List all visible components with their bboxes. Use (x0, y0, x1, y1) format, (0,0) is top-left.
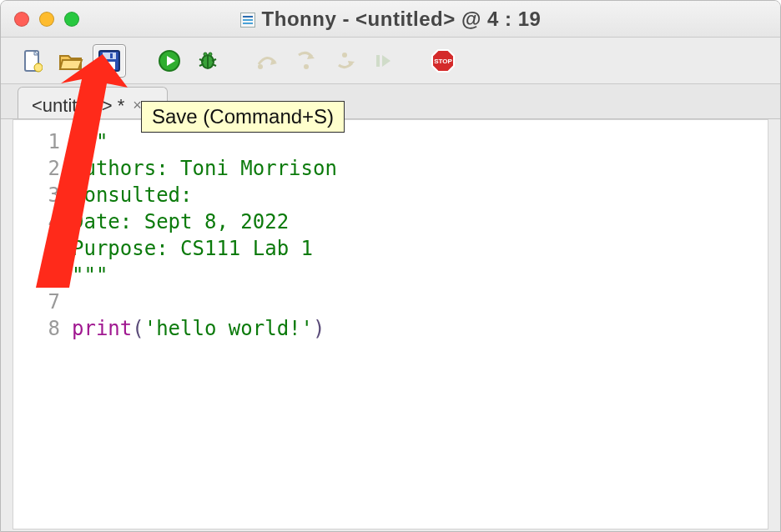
app-window: Thonny - <untitled> @ 4 : 19 (0, 0, 781, 532)
code-line: Purpose: CS111 Lab 1 (72, 237, 313, 260)
window-title-text: Thonny - <untitled> @ 4 : 19 (262, 8, 542, 30)
code-token-paren: ) (313, 317, 325, 340)
step-into-button[interactable] (290, 44, 323, 78)
step-into-icon (295, 50, 317, 72)
line-number: 5 (13, 235, 60, 262)
minimize-window-button[interactable] (39, 12, 54, 27)
line-number-gutter: 1 2 3 4 5 6 7 8 (13, 120, 72, 529)
toolbar: STOP (1, 38, 780, 84)
svg-point-16 (304, 64, 309, 69)
code-token-print: print (72, 317, 132, 340)
resume-button[interactable] (366, 44, 400, 78)
code-token-paren: ( (132, 317, 144, 340)
app-icon (240, 13, 255, 28)
resume-icon (373, 51, 393, 71)
titlebar: Thonny - <untitled> @ 4 : 19 (1, 1, 780, 38)
svg-point-17 (342, 53, 347, 58)
line-number: 6 (13, 262, 60, 289)
line-number: 2 (13, 155, 60, 182)
svg-rect-18 (376, 55, 380, 67)
save-tooltip-text: Save (Command+S) (152, 105, 334, 128)
line-number: 7 (13, 289, 60, 315)
folder-open-icon (58, 51, 83, 71)
stop-button[interactable]: STOP (426, 44, 460, 78)
new-file-button[interactable] (16, 44, 49, 78)
code-line: Authors: Toni Morrison (72, 157, 337, 180)
code-line: """ (72, 130, 108, 153)
close-window-button[interactable] (14, 12, 29, 27)
debug-button[interactable] (191, 44, 224, 78)
floppy-disk-icon (98, 49, 121, 73)
line-number: 1 (13, 128, 60, 155)
code-line: Consulted: (72, 183, 193, 207)
zoom-window-button[interactable] (64, 12, 79, 27)
svg-text:STOP: STOP (434, 58, 452, 65)
code-editor[interactable]: 1 2 3 4 5 6 7 8 """ Authors: Toni Morris… (13, 119, 768, 529)
code-line: """ (72, 263, 108, 287)
svg-rect-4 (103, 62, 115, 69)
svg-point-1 (34, 63, 43, 72)
window-title: Thonny - <untitled> @ 4 : 19 (1, 8, 780, 31)
bug-icon (196, 49, 219, 73)
svg-rect-5 (110, 53, 113, 58)
editor-tab-strip: <untitled> * × (1, 84, 780, 119)
editor-tab-label: <untitled> * (32, 95, 124, 117)
step-out-icon (334, 50, 355, 72)
save-button[interactable] (93, 44, 126, 78)
step-out-button[interactable] (328, 44, 361, 78)
code-area[interactable]: """ Authors: Toni Morrison Consulted: Da… (72, 120, 337, 529)
svg-point-15 (258, 64, 263, 69)
code-line: Date: Sept 8, 2022 (72, 210, 289, 233)
window-controls (14, 12, 79, 27)
line-number: 3 (13, 182, 60, 208)
step-over-icon (255, 51, 280, 71)
run-button[interactable] (153, 44, 186, 78)
svg-point-13 (204, 53, 207, 56)
step-over-button[interactable] (251, 44, 285, 78)
play-icon (158, 49, 181, 73)
open-file-button[interactable] (54, 44, 88, 78)
new-file-icon (23, 49, 43, 73)
svg-rect-3 (103, 53, 116, 59)
svg-point-14 (209, 53, 212, 56)
line-number: 8 (13, 315, 60, 342)
line-number: 4 (13, 208, 60, 235)
save-tooltip: Save (Command+S) (141, 101, 345, 133)
stop-sign-icon: STOP (431, 48, 456, 73)
code-token-string: 'hello world!' (144, 317, 313, 340)
